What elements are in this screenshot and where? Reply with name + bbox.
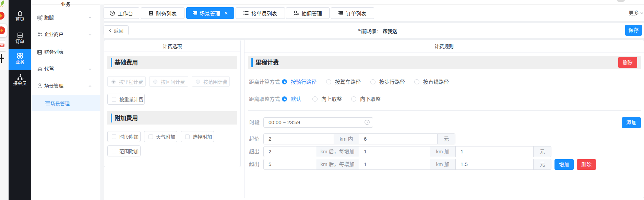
svg-text:GO: GO: [0, 4, 3, 7]
